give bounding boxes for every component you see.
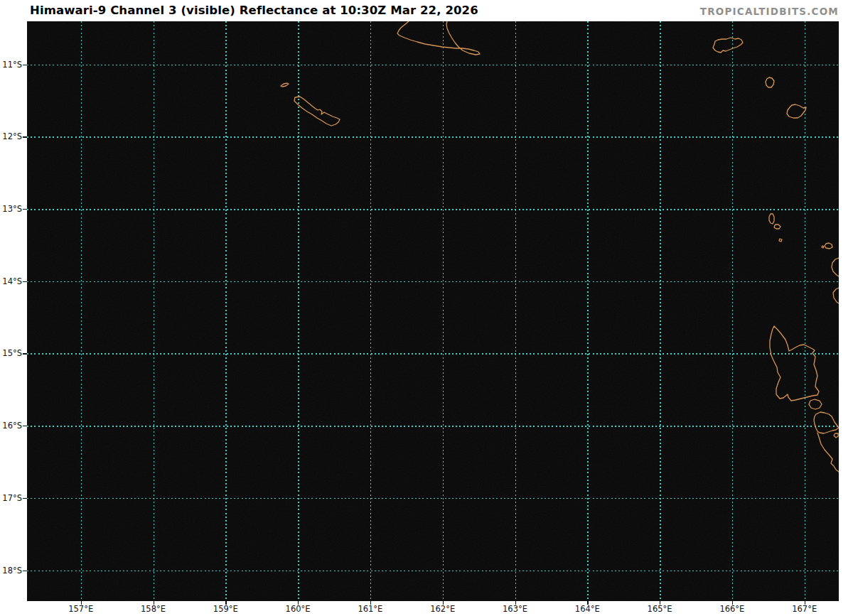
lat-axis-tick (23, 281, 27, 282)
lon-tick-label: 166°E (719, 604, 744, 614)
lon-tick-label: 158°E (141, 604, 166, 614)
lat-axis-tick (23, 353, 27, 354)
lon-tick-label: 163°E (503, 604, 527, 614)
coastline-malo (809, 399, 822, 409)
lat-tick-label: 11°S (0, 60, 22, 70)
coastline-malakula-head (814, 412, 839, 433)
coastline-malakula-west-coast (817, 433, 839, 472)
coastline-bellona (281, 83, 289, 87)
lon-tick-label: 161°E (358, 604, 382, 614)
lat-tick-label: 13°S (0, 204, 22, 214)
lat-axis-tick (23, 498, 27, 499)
coastline-torres-island-3 (779, 239, 782, 242)
lat-tick-label: 16°S (0, 421, 22, 431)
coastline-gaua-partial (833, 288, 839, 303)
lon-tick-label: 165°E (648, 604, 672, 614)
coastline-vanua-lava-partial (832, 258, 839, 276)
lat-tick-label: 12°S (0, 131, 22, 141)
lat-tick-label: 15°S (0, 348, 22, 358)
coastline-nendo-santa-cruz (713, 38, 743, 53)
lat-axis-tick (23, 136, 27, 137)
tropicaltidbits-watermark: TROPICALTIDBITS.COM (700, 6, 839, 17)
coastline-rennell (294, 97, 340, 126)
lon-tick-label: 162°E (430, 604, 455, 614)
lat-axis-tick (23, 209, 27, 210)
lat-tick-label: 18°S (0, 566, 22, 576)
coastline-mota-lava-islet (822, 246, 824, 248)
coastline-mota-lava (825, 243, 832, 249)
coastline-makira (397, 21, 480, 55)
lat-tick-label: 17°S (0, 493, 22, 503)
coastline-svg (27, 21, 839, 601)
lat-axis-tick (23, 571, 27, 571)
lon-tick-label: 157°E (68, 604, 93, 614)
satellite-figure: Himawari-9 Channel 3 (visible) Reflectan… (0, 0, 853, 616)
lon-tick-label: 167°E (792, 604, 817, 614)
coastline-torres-island-2 (774, 225, 780, 229)
coastline-espiritu-santo (770, 326, 819, 401)
coastline-torres-island-1 (769, 214, 774, 224)
figure-title: Himawari-9 Channel 3 (visible) Reflectan… (30, 4, 478, 17)
map-canvas (27, 21, 839, 601)
lon-tick-label: 164°E (575, 604, 600, 614)
lon-tick-label: 160°E (286, 604, 311, 614)
lat-axis-tick (23, 65, 27, 65)
lat-axis-tick (23, 426, 27, 426)
lon-tick-label: 159°E (213, 604, 238, 614)
coastline-vanikoro (787, 104, 806, 118)
coastline-malakula-islet (834, 433, 838, 438)
coastline-utupua (766, 77, 774, 87)
lat-tick-label: 14°S (0, 276, 22, 286)
